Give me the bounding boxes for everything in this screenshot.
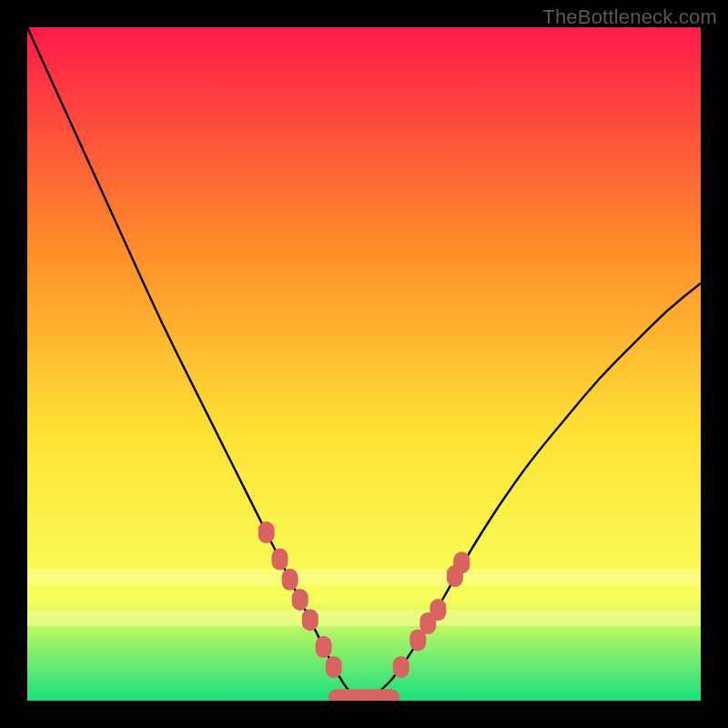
marker-point [453, 551, 470, 573]
marker-point [292, 589, 308, 611]
chart-container: TheBottleneck.com [0, 0, 728, 728]
svg-rect-1 [27, 610, 701, 626]
marker-point [316, 636, 332, 658]
marker-point [302, 609, 318, 631]
marker-point [326, 656, 342, 678]
chart-svg [27, 27, 701, 701]
marker-point [329, 689, 399, 701]
watermark-text: TheBottleneck.com [542, 5, 717, 29]
gradient-background [27, 27, 701, 701]
marker-point [258, 521, 275, 543]
plot-area [27, 27, 701, 701]
marker-point [282, 569, 298, 591]
marker-point [430, 599, 446, 621]
marker-point [393, 656, 410, 678]
svg-rect-0 [27, 570, 701, 586]
marker-point [272, 549, 288, 571]
